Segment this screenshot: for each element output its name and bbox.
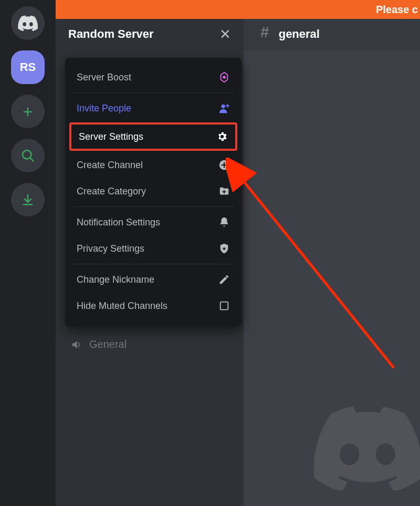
messages-pane bbox=[244, 50, 420, 506]
main-content-area: # general bbox=[244, 0, 420, 506]
menu-item-label: Hide Muted Channels bbox=[77, 301, 218, 312]
menu-item-privacy-settings[interactable]: Privacy Settings bbox=[65, 235, 242, 262]
voice-channel-general[interactable]: General bbox=[56, 334, 141, 355]
server-dropdown-menu: Server Boost Invite People Server Settin… bbox=[65, 58, 242, 326]
server-initials: RS bbox=[20, 60, 36, 74]
svg-point-4 bbox=[222, 105, 225, 108]
plus-circle-icon bbox=[218, 159, 230, 171]
menu-item-label: Create Channel bbox=[77, 160, 218, 171]
menu-item-hide-muted-channels[interactable]: Hide Muted Channels bbox=[65, 293, 242, 319]
menu-item-server-boost[interactable]: Server Boost bbox=[65, 64, 242, 90]
explore-servers-button[interactable] bbox=[11, 139, 45, 172]
menu-item-label: Privacy Settings bbox=[77, 243, 218, 254]
download-apps-button[interactable] bbox=[11, 183, 45, 216]
boost-icon bbox=[218, 71, 230, 83]
add-server-button[interactable]: + bbox=[11, 95, 45, 128]
menu-item-label: Invite People bbox=[77, 103, 218, 114]
wumpus-placeholder-icon bbox=[299, 406, 420, 490]
hash-icon: # bbox=[260, 23, 269, 41]
bell-icon bbox=[218, 216, 230, 228]
checkbox-icon bbox=[218, 300, 230, 312]
shield-icon bbox=[218, 243, 230, 254]
home-button[interactable] bbox=[11, 6, 45, 40]
menu-item-invite-people[interactable]: Invite People bbox=[65, 95, 242, 121]
notice-banner: Please c bbox=[0, 0, 420, 19]
menu-item-server-settings[interactable]: Server Settings bbox=[69, 122, 237, 151]
menu-item-label: Server Settings bbox=[79, 131, 216, 142]
invite-icon bbox=[218, 102, 230, 114]
close-icon[interactable]: ✕ bbox=[219, 27, 231, 41]
menu-item-change-nickname[interactable]: Change Nickname bbox=[65, 266, 242, 293]
search-icon bbox=[20, 148, 35, 163]
plus-icon: + bbox=[23, 102, 33, 120]
menu-item-label: Create Category bbox=[77, 186, 218, 197]
menu-separator bbox=[72, 206, 234, 207]
menu-item-create-category[interactable]: Create Category bbox=[65, 178, 242, 204]
pencil-icon bbox=[218, 274, 230, 285]
menu-item-label: Notification Settings bbox=[77, 217, 218, 228]
menu-item-create-channel[interactable]: Create Channel bbox=[65, 152, 242, 178]
discord-logo-icon bbox=[18, 15, 38, 31]
menu-item-notification-settings[interactable]: Notification Settings bbox=[65, 209, 242, 235]
speaker-icon bbox=[70, 339, 82, 350]
voice-channel-label: General bbox=[89, 338, 127, 350]
svg-line-1 bbox=[30, 158, 34, 161]
svg-point-3 bbox=[223, 76, 226, 79]
menu-separator bbox=[72, 92, 234, 93]
server-random-server[interactable]: RS bbox=[11, 50, 45, 84]
menu-item-label: Server Boost bbox=[77, 72, 218, 83]
channel-name: general bbox=[279, 27, 320, 41]
gear-icon bbox=[216, 131, 228, 142]
download-icon bbox=[20, 192, 35, 207]
server-name: Random Server bbox=[68, 27, 154, 41]
folder-plus-icon bbox=[218, 185, 230, 197]
menu-item-label: Change Nickname bbox=[77, 274, 218, 285]
server-rail: RS + bbox=[0, 0, 56, 506]
menu-separator bbox=[72, 264, 234, 264]
svg-rect-7 bbox=[220, 302, 228, 310]
notice-banner-text: Please c bbox=[376, 4, 418, 16]
